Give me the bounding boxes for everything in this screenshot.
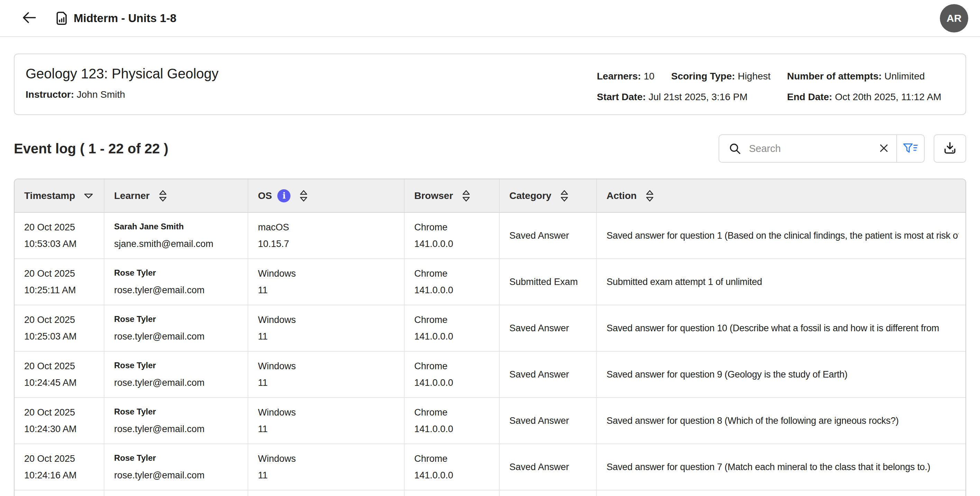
cell-action: Saved answer for question 7 (Match each … xyxy=(597,444,966,490)
cell-learner: Rose Tylerrose.tyler@email.com xyxy=(105,444,248,490)
cell-learner: Sarah Jane Smithsjane.smith@email.com xyxy=(105,213,248,258)
cell-learner: Rose Tylerrose.tyler@email.com xyxy=(105,259,248,305)
clear-search-button[interactable] xyxy=(872,143,896,155)
cell-timestamp: 20 Oct 202510:24:45 AM xyxy=(14,352,105,397)
cell-timestamp: 20 Oct 202510:24:16 AM xyxy=(14,444,105,490)
cell-action: Submitted exam attempt 1 of unlimited xyxy=(597,259,966,305)
cell-action: Saved answer for question 1 (Based on th… xyxy=(597,213,966,258)
user-avatar[interactable]: AR xyxy=(940,4,968,32)
stat-start-date: Start Date: Jul 21st 2025, 3:16 PM xyxy=(597,91,787,103)
cell-category: Saved Answer xyxy=(500,213,597,258)
stat-learners: Learners: 10 xyxy=(597,70,671,82)
column-header-action[interactable]: Action xyxy=(597,179,966,212)
column-label: Learner xyxy=(114,190,150,201)
column-header-os[interactable]: OSi xyxy=(248,179,404,212)
table-row-partial xyxy=(14,490,966,496)
cell-browser: Chrome141.0.0.0 xyxy=(404,444,500,490)
cell-empty xyxy=(105,490,248,496)
cell-timestamp: 20 Oct 202510:25:03 AM xyxy=(14,305,105,351)
cell-browser: Chrome141.0.0.0 xyxy=(404,259,500,305)
table-row: 20 Oct 202510:24:30 AMRose Tylerrose.tyl… xyxy=(14,398,966,444)
cell-timestamp: 20 Oct 202510:53:03 AM xyxy=(14,213,105,258)
table-row: 20 Oct 202510:24:16 AMRose Tylerrose.tyl… xyxy=(14,444,966,490)
cell-os: Windows11 xyxy=(248,259,404,305)
column-label: Browser xyxy=(414,190,453,201)
column-header-learner[interactable]: Learner xyxy=(105,179,248,212)
cell-os: Windows11 xyxy=(248,305,404,351)
event-log-table: TimestampLearnerOSiBrowserCategoryAction… xyxy=(14,179,966,496)
search-icon xyxy=(728,142,741,155)
cell-empty xyxy=(14,490,105,496)
column-header-browser[interactable]: Browser xyxy=(404,179,500,212)
column-header-timestamp[interactable]: Timestamp xyxy=(14,179,105,212)
back-button[interactable] xyxy=(19,8,40,29)
filter-button[interactable] xyxy=(897,142,924,155)
cell-empty xyxy=(597,490,966,496)
stat-attempts: Number of attempts: Unlimited xyxy=(787,70,955,82)
course-info-card: Geology 123: Physical Geology Instructor… xyxy=(14,54,966,115)
search-box xyxy=(719,135,925,163)
cell-timestamp: 20 Oct 202510:24:30 AM xyxy=(14,398,105,444)
cell-empty xyxy=(248,490,404,496)
table-header-row: TimestampLearnerOSiBrowserCategoryAction xyxy=(14,179,966,213)
top-bar: Midterm - Units 1-8 AR xyxy=(0,0,980,37)
sort-icon xyxy=(645,189,655,203)
page-title: Midterm - Units 1-8 xyxy=(74,12,177,25)
course-title: Geology 123: Physical Geology xyxy=(25,65,597,82)
cell-os: Windows11 xyxy=(248,352,404,397)
cell-browser: Chrome141.0.0.0 xyxy=(404,213,500,258)
cell-os: macOS10.15.7 xyxy=(248,213,404,258)
filter-icon xyxy=(903,142,918,155)
table-row: 20 Oct 202510:24:45 AMRose Tylerrose.tyl… xyxy=(14,352,966,398)
cell-category: Saved Answer xyxy=(500,398,597,444)
info-icon[interactable]: i xyxy=(277,189,291,203)
cell-category: Submitted Exam xyxy=(500,259,597,305)
cell-action: Saved answer for question 10 (Describe w… xyxy=(597,305,966,351)
table-row: 20 Oct 202510:25:11 AMRose Tylerrose.tyl… xyxy=(14,259,966,305)
cell-learner: Rose Tylerrose.tyler@email.com xyxy=(105,305,248,351)
sort-icon xyxy=(560,189,569,203)
stat-scoring-type: Scoring Type: Highest xyxy=(671,70,787,82)
column-label: Action xyxy=(606,190,636,201)
table-row: 20 Oct 202510:53:03 AMSarah Jane Smithsj… xyxy=(14,213,966,259)
exam-report-icon xyxy=(54,11,70,26)
cell-os: Windows11 xyxy=(248,444,404,490)
sort-icon xyxy=(461,189,471,203)
cell-os: Windows11 xyxy=(248,398,404,444)
cell-empty xyxy=(404,490,500,496)
column-header-category[interactable]: Category xyxy=(500,179,597,212)
cell-category: Saved Answer xyxy=(500,352,597,397)
sort-desc-icon xyxy=(83,193,94,199)
cell-action: Saved answer for question 8 (Which of th… xyxy=(597,398,966,444)
table-row: 20 Oct 202510:25:03 AMRose Tylerrose.tyl… xyxy=(14,305,966,352)
cell-category: Saved Answer xyxy=(500,305,597,351)
cell-learner: Rose Tylerrose.tyler@email.com xyxy=(105,352,248,397)
close-icon xyxy=(878,143,889,155)
cell-action: Saved answer for question 9 (Geology is … xyxy=(597,352,966,397)
download-icon xyxy=(943,141,957,157)
column-label: OS xyxy=(258,190,272,201)
sort-icon xyxy=(299,189,309,203)
event-log-header: Event log ( 1 - 22 of 22 ) xyxy=(14,135,966,163)
sort-icon xyxy=(158,189,168,203)
column-label: Timestamp xyxy=(24,190,75,201)
cell-browser: Chrome141.0.0.0 xyxy=(404,305,500,351)
cell-timestamp: 20 Oct 202510:25:11 AM xyxy=(14,259,105,305)
cell-category: Saved Answer xyxy=(500,444,597,490)
arrow-left-icon xyxy=(21,10,37,27)
stat-end-date: End Date: Oct 20th 2025, 11:12 AM xyxy=(787,91,955,103)
cell-browser: Chrome141.0.0.0 xyxy=(404,398,500,444)
download-button[interactable] xyxy=(934,135,966,163)
cell-learner: Rose Tylerrose.tyler@email.com xyxy=(105,398,248,444)
cell-browser: Chrome141.0.0.0 xyxy=(404,352,500,397)
search-input[interactable] xyxy=(749,143,872,154)
column-label: Category xyxy=(509,190,551,201)
cell-empty xyxy=(500,490,597,496)
event-log-title: Event log ( 1 - 22 of 22 ) xyxy=(14,141,169,157)
course-stats: Learners: 10 Scoring Type: Highest Numbe… xyxy=(597,65,955,103)
instructor-line: Instructor: John Smith xyxy=(25,88,597,101)
